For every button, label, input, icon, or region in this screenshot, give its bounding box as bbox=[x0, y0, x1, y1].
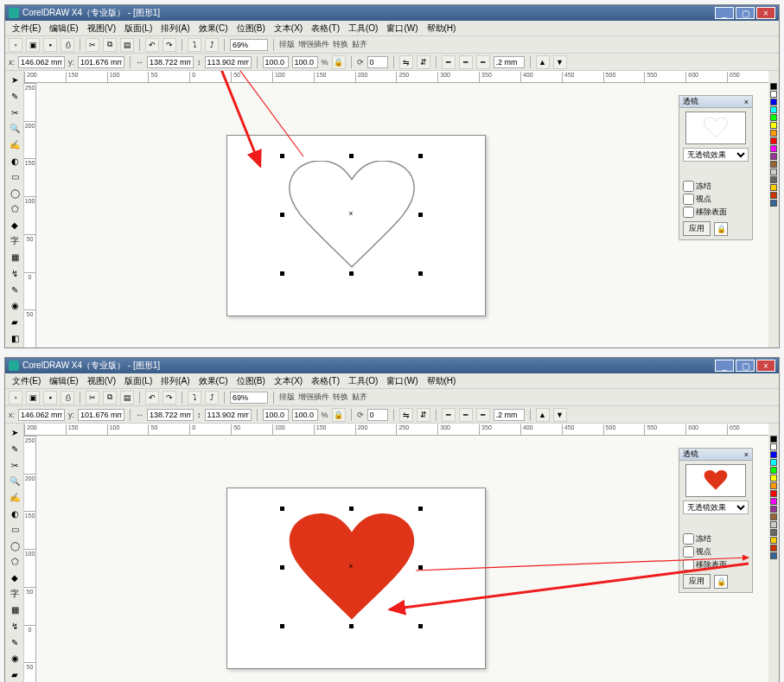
menu-layout[interactable]: 版面(L) bbox=[121, 374, 156, 388]
max-button[interactable]: ▢ bbox=[736, 360, 755, 372]
eyedropper-tool-icon[interactable]: ✎ bbox=[7, 282, 22, 297]
pick-tool-icon[interactable]: ➤ bbox=[7, 425, 22, 441]
line-start-icon[interactable]: ━ bbox=[459, 55, 473, 69]
export-icon[interactable]: ⤴ bbox=[205, 38, 219, 52]
print-icon[interactable]: ⎙ bbox=[61, 38, 74, 52]
swatch-green[interactable] bbox=[770, 467, 777, 474]
swatch-blue[interactable] bbox=[770, 451, 777, 458]
scale-y[interactable] bbox=[292, 409, 318, 421]
tb2-item-4[interactable]: 贴齐 bbox=[352, 39, 367, 50]
open-icon[interactable]: ▣ bbox=[26, 38, 40, 52]
smartfill-tool-icon[interactable]: ◐ bbox=[7, 506, 22, 521]
apply-button[interactable]: 应用 bbox=[683, 221, 711, 236]
close-button[interactable]: × bbox=[756, 7, 775, 19]
fill-tool-icon[interactable]: ▰ bbox=[7, 667, 22, 682]
to-back-icon[interactable]: ▼ bbox=[553, 408, 567, 422]
ellipse-tool-icon[interactable]: ◯ bbox=[7, 538, 22, 553]
swatch-white[interactable] bbox=[770, 91, 777, 98]
rect-tool-icon[interactable]: ▭ bbox=[7, 522, 22, 538]
swatch-purple[interactable] bbox=[770, 153, 777, 160]
swatch-cyan[interactable] bbox=[770, 106, 777, 113]
size-w[interactable] bbox=[147, 409, 194, 421]
menu-bitmap[interactable]: 位图(B) bbox=[233, 22, 269, 35]
eyedropper-tool-icon[interactable]: ✎ bbox=[7, 634, 22, 650]
menu-table[interactable]: 表格(T) bbox=[308, 22, 343, 35]
lock-aspect-icon[interactable]: 🔒 bbox=[332, 55, 346, 69]
tb2-item-4[interactable]: 贴齐 bbox=[352, 392, 367, 403]
chk-freeze[interactable]: 冻结 bbox=[683, 533, 749, 545]
new-icon[interactable]: ▫ bbox=[9, 391, 22, 405]
mirror-v-icon[interactable]: ⇵ bbox=[417, 55, 430, 69]
sel-handle-nw[interactable] bbox=[280, 154, 284, 158]
tb2-item-2[interactable]: 增强插件 bbox=[298, 392, 329, 403]
menu-edit[interactable]: 编辑(E) bbox=[46, 374, 81, 388]
canvas[interactable]: 2001501005005010015020025030035040045050… bbox=[24, 424, 768, 682]
shape-tool-icon[interactable]: ✎ bbox=[7, 89, 22, 105]
swatch-cyan[interactable] bbox=[770, 459, 777, 466]
stage[interactable]: × 透镜 × 无透镜效果 bbox=[36, 83, 768, 347]
cut-icon[interactable]: ✂ bbox=[86, 38, 99, 52]
mirror-h-icon[interactable]: ⇋ bbox=[399, 55, 413, 69]
chk-freeze[interactable]: 冻结 bbox=[683, 181, 749, 192]
swatch-steel[interactable] bbox=[770, 552, 777, 559]
fill-tool-icon[interactable]: ▰ bbox=[7, 315, 22, 330]
tb2-item-3[interactable]: 转换 bbox=[333, 39, 348, 50]
menu-file[interactable]: 文件(E) bbox=[9, 22, 44, 35]
pos-y[interactable] bbox=[78, 409, 124, 421]
text-tool-icon[interactable]: 字 bbox=[7, 233, 22, 249]
swatch-magenta[interactable] bbox=[770, 145, 777, 152]
undo-icon[interactable]: ↶ bbox=[145, 38, 159, 52]
chk-remove-face[interactable]: 移除表面 bbox=[683, 559, 749, 570]
swatch-brown[interactable] bbox=[770, 161, 777, 168]
menu-effects[interactable]: 效果(C) bbox=[195, 22, 232, 35]
swatch-darkred[interactable] bbox=[770, 192, 777, 199]
sel-handle-se[interactable] bbox=[418, 624, 423, 628]
menu-window[interactable]: 窗口(W) bbox=[383, 374, 421, 388]
import-icon[interactable]: ⤵ bbox=[188, 391, 201, 405]
swatch-blue[interactable] bbox=[770, 99, 777, 105]
swatch-darkred[interactable] bbox=[770, 545, 777, 551]
sel-handle-se[interactable] bbox=[418, 271, 423, 276]
swatch-gold[interactable] bbox=[770, 184, 777, 191]
print-icon[interactable]: ⎙ bbox=[61, 391, 74, 405]
chk-viewpoint[interactable]: 视点 bbox=[683, 546, 749, 558]
menu-window[interactable]: 窗口(W) bbox=[383, 22, 421, 35]
new-icon[interactable]: ▫ bbox=[9, 38, 22, 52]
paste-icon[interactable]: ▤ bbox=[120, 38, 134, 52]
outline-tool-icon[interactable]: ◉ bbox=[7, 298, 22, 314]
swatch-yellow[interactable] bbox=[770, 475, 777, 481]
scale-x[interactable] bbox=[263, 409, 289, 421]
sel-handle-w[interactable] bbox=[280, 565, 284, 570]
lens-effect-select[interactable]: 无透镜效果 bbox=[683, 148, 749, 162]
menu-effects[interactable]: 效果(C) bbox=[195, 374, 232, 388]
polygon-tool-icon[interactable]: ⬠ bbox=[7, 201, 22, 217]
line-start-icon[interactable]: ━ bbox=[459, 408, 473, 422]
pick-tool-icon[interactable]: ➤ bbox=[7, 73, 22, 88]
chk-viewpoint[interactable]: 视点 bbox=[683, 194, 749, 205]
redo-icon[interactable]: ↷ bbox=[163, 38, 176, 52]
menu-bitmap[interactable]: 位图(B) bbox=[233, 374, 269, 388]
swatch-magenta[interactable] bbox=[770, 498, 777, 505]
lens-effect-select[interactable]: 无透镜效果 bbox=[683, 500, 749, 514]
sel-center[interactable]: × bbox=[348, 211, 354, 216]
table-tool-icon[interactable]: ▦ bbox=[7, 602, 22, 618]
menu-tools[interactable]: 工具(O) bbox=[345, 374, 381, 388]
min-button[interactable]: _ bbox=[715, 7, 734, 19]
size-h[interactable] bbox=[205, 409, 252, 421]
crop-tool-icon[interactable]: ✂ bbox=[7, 105, 22, 120]
sel-handle-n[interactable] bbox=[349, 507, 354, 511]
scale-x[interactable] bbox=[263, 56, 289, 68]
zoom-tool-icon[interactable]: 🔍 bbox=[7, 121, 22, 137]
menu-view[interactable]: 视图(V) bbox=[84, 374, 119, 388]
sel-handle-e[interactable] bbox=[418, 565, 423, 570]
chk-remove-face[interactable]: 移除表面 bbox=[683, 207, 749, 218]
swatch-orange[interactable] bbox=[770, 482, 777, 489]
close-button[interactable]: × bbox=[756, 360, 775, 372]
line-end-icon[interactable]: ━ bbox=[476, 55, 490, 69]
scale-y[interactable] bbox=[292, 56, 318, 68]
pos-x[interactable] bbox=[18, 409, 65, 421]
mirror-h-icon[interactable]: ⇋ bbox=[399, 408, 413, 422]
outline-tool-icon[interactable]: ◉ bbox=[7, 651, 22, 666]
outline-style-icon[interactable]: ━ bbox=[442, 408, 456, 422]
mirror-v-icon[interactable]: ⇵ bbox=[417, 408, 430, 422]
